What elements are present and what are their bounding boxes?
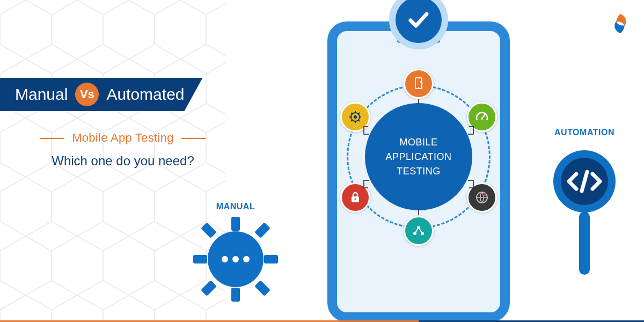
gear-icon: [190, 214, 281, 305]
check-icon: [404, 5, 433, 34]
wrench-gear-icon: [340, 102, 370, 132]
manual-block: MANUAL: [190, 202, 281, 307]
svg-point-12: [243, 256, 250, 262]
svg-point-26: [483, 193, 486, 196]
svg-point-10: [222, 256, 228, 262]
banner-left-word: Manual: [15, 85, 68, 104]
banner-right-word: Automated: [106, 85, 184, 104]
share-nodes-icon: [404, 216, 434, 246]
vs-badge: Vs: [75, 83, 99, 106]
speedometer-icon: [467, 102, 497, 132]
globe-icon: [467, 182, 497, 213]
magnifier-code-icon: [550, 143, 619, 282]
lock-icon: [340, 182, 370, 213]
svg-rect-8: [201, 280, 217, 296]
center-hub: MOBILE APPLICATION TESTING: [365, 103, 472, 210]
svg-point-18: [418, 87, 419, 88]
svg-point-24: [355, 199, 356, 200]
center-hub-text: MOBILE APPLICATION TESTING: [385, 135, 451, 179]
subtitle-line-2: Which one do you need?: [18, 153, 228, 169]
phone-diagram: MOBILE APPLICATION TESTING: [311, 21, 526, 322]
automation-label: AUTOMATION: [550, 128, 619, 137]
title-banner: Manual Vs Automated: [0, 78, 203, 111]
subtitle-block: Mobile App Testing Which one do you need…: [18, 131, 228, 169]
svg-rect-7: [254, 222, 270, 238]
svg-rect-3: [231, 288, 240, 302]
svg-point-20: [354, 115, 357, 119]
svg-rect-4: [193, 255, 207, 264]
brand-logo: [609, 12, 632, 35]
svg-rect-2: [231, 217, 240, 231]
svg-rect-5: [264, 255, 278, 264]
svg-rect-6: [201, 222, 217, 238]
automation-block: AUTOMATION: [550, 128, 619, 284]
svg-point-22: [481, 118, 483, 120]
svg-point-11: [232, 256, 239, 262]
manual-label: MANUAL: [190, 202, 281, 211]
svg-rect-16: [579, 211, 590, 275]
subtitle-line-1: Mobile App Testing: [18, 131, 228, 145]
svg-rect-9: [254, 280, 270, 296]
touch-phone-icon: [404, 69, 434, 99]
